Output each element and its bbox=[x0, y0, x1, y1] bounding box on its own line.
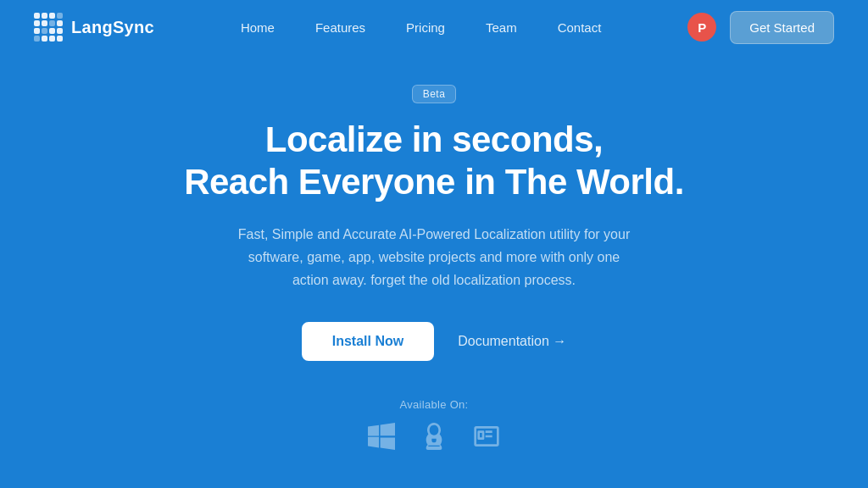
hero-title-line2: Reach Everyone in The World. bbox=[184, 162, 684, 202]
hero-section: Beta Localize in seconds, Reach Everyone… bbox=[0, 54, 868, 454]
available-label: Available On: bbox=[400, 398, 469, 411]
beta-badge: Beta bbox=[412, 85, 457, 103]
linux-icon bbox=[420, 423, 448, 454]
platform-icons bbox=[368, 423, 500, 454]
nav-features[interactable]: Features bbox=[315, 20, 365, 35]
brand-name: LangSync bbox=[71, 18, 154, 37]
available-section: Available On: bbox=[368, 398, 500, 454]
windows-icon bbox=[368, 423, 395, 454]
navbar: LangSync Home Features Pricing Team Cont… bbox=[0, 0, 868, 54]
avatar[interactable]: P bbox=[687, 13, 716, 42]
hero-buttons: Install Now Documentation → bbox=[302, 322, 567, 361]
nav-contact[interactable]: Contact bbox=[558, 20, 602, 35]
nav-home[interactable]: Home bbox=[241, 20, 275, 35]
brand: LangSync bbox=[34, 13, 154, 42]
hero-subtitle: Fast, Simple and Accurate AI-Powered Loc… bbox=[231, 223, 637, 292]
documentation-link[interactable]: Documentation → bbox=[458, 334, 566, 349]
hero-title-line1: Localize in seconds, bbox=[265, 119, 603, 159]
navbar-right: P Get Started bbox=[687, 11, 834, 44]
hero-title: Localize in seconds, Reach Everyone in T… bbox=[184, 119, 684, 204]
macos-icon bbox=[473, 423, 500, 454]
install-now-button[interactable]: Install Now bbox=[302, 322, 434, 361]
nav-links: Home Features Pricing Team Contact bbox=[241, 20, 601, 35]
nav-team[interactable]: Team bbox=[486, 20, 517, 35]
nav-pricing[interactable]: Pricing bbox=[406, 20, 445, 35]
get-started-button[interactable]: Get Started bbox=[730, 11, 834, 44]
logo-icon bbox=[34, 13, 63, 42]
